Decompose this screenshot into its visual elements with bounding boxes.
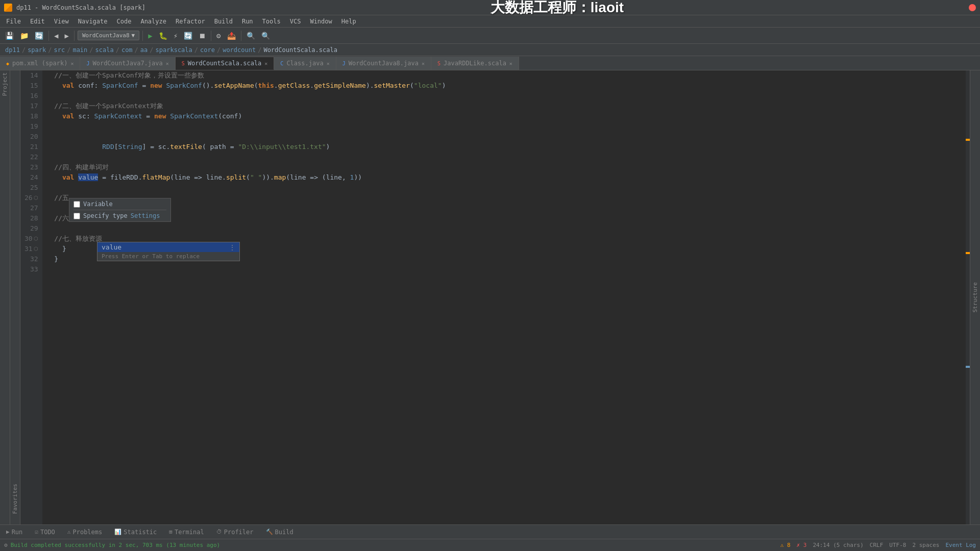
menu-code[interactable]: Code bbox=[113, 17, 136, 26]
suggestion-dropdown[interactable]: value ⋮ Press Enter or Tab to replace bbox=[97, 242, 240, 261]
code-line-26: //五、 bbox=[46, 193, 966, 203]
warnings-count: ⚠ 8 bbox=[780, 542, 791, 548]
tab-java7[interactable]: J WordCountJava7.java ✕ bbox=[80, 57, 175, 70]
build-status-icon: ⚙ bbox=[4, 542, 8, 548]
breadcrumb-main[interactable]: main bbox=[72, 46, 87, 54]
checkbox-specify-label: Specify type bbox=[83, 212, 128, 219]
toolbar-search1[interactable]: 🔍 bbox=[244, 31, 257, 41]
settings-link[interactable]: Settings bbox=[131, 212, 160, 219]
toolbar-settings[interactable]: ⚙ bbox=[214, 31, 223, 41]
autocomplete-popup[interactable]: Variable Specify type Settings bbox=[69, 198, 171, 222]
cursor-position[interactable]: 24:14 (5 chars) bbox=[813, 542, 863, 548]
project-label[interactable]: Project bbox=[2, 72, 8, 96]
tab-java7-label: WordCountJava7.java bbox=[92, 60, 162, 67]
tab-java8[interactable]: J WordCountJava8.java ✕ bbox=[336, 57, 431, 70]
breadcrumb-core[interactable]: core bbox=[200, 46, 215, 54]
code-area[interactable]: 14 15 16 17 18 19 20 21 22 23 24 25 26 ⬡… bbox=[20, 70, 970, 524]
run-label: Run bbox=[12, 529, 23, 536]
tab-java8-label: WordCountJava8.java bbox=[349, 60, 419, 67]
tab-javardlike-close[interactable]: ✕ bbox=[509, 61, 512, 66]
tab-pom[interactable]: ◆ pom.xml (spark) ✕ bbox=[0, 57, 80, 70]
breadcrumb-com[interactable]: com bbox=[121, 46, 133, 54]
menu-navigate[interactable]: Navigate bbox=[74, 17, 112, 26]
breadcrumb-src[interactable]: src bbox=[54, 46, 65, 54]
breadcrumb-aa[interactable]: aa bbox=[140, 46, 148, 54]
suggestion-item-value[interactable]: value ⋮ bbox=[97, 242, 239, 252]
menu-view[interactable]: View bbox=[50, 17, 73, 26]
menu-refactor[interactable]: Refactor bbox=[172, 17, 209, 26]
toolbar-back[interactable]: ◀ bbox=[52, 31, 60, 41]
toolbar-forward[interactable]: ▶ bbox=[62, 31, 70, 41]
tab-scala[interactable]: S WordCountScala.scala ✕ bbox=[176, 57, 275, 70]
code-line-24: val value = fileRDD.flatMap(line => line… bbox=[46, 172, 966, 183]
problems-label: Problems bbox=[72, 529, 102, 536]
menu-window[interactable]: Window bbox=[306, 17, 336, 26]
close-button[interactable] bbox=[969, 4, 976, 11]
toolbar-reload[interactable]: 🔄 bbox=[182, 31, 194, 41]
scroll-gutter[interactable] bbox=[966, 70, 970, 524]
menu-tools[interactable]: Tools bbox=[258, 17, 285, 26]
menu-build[interactable]: Build bbox=[210, 17, 237, 26]
suggestion-hint-text: Press Enter or Tab to replace bbox=[102, 253, 200, 260]
bottom-tab-problems[interactable]: ⚠ Problems bbox=[64, 528, 105, 537]
bottom-panel: ▶ Run ☑ TODO ⚠ Problems 📊 Statistic ⊞ Te… bbox=[0, 524, 980, 539]
encoding[interactable]: UTF-8 bbox=[889, 542, 906, 548]
breadcrumb-dp11[interactable]: dp11 bbox=[5, 46, 20, 54]
separator-4 bbox=[211, 31, 211, 41]
toolbar-open[interactable]: 📁 bbox=[18, 31, 31, 41]
event-log[interactable]: Event Log bbox=[945, 542, 976, 548]
status-left: ⚙ Build completed successfully in 2 sec,… bbox=[4, 542, 220, 548]
toolbar-search2[interactable]: 🔍 bbox=[259, 31, 272, 41]
toolbar-profile[interactable]: ⚡ bbox=[172, 31, 180, 41]
toolbar-sync[interactable]: 🔄 bbox=[33, 31, 45, 41]
breadcrumb-sparkscala[interactable]: sparkscala bbox=[156, 46, 192, 54]
breadcrumb-spark[interactable]: spark bbox=[28, 46, 46, 54]
menu-edit[interactable]: Edit bbox=[26, 17, 49, 26]
menu-vcs[interactable]: VCS bbox=[286, 17, 305, 26]
menu-help[interactable]: Help bbox=[337, 17, 360, 26]
toolbar-save[interactable]: 💾 bbox=[3, 31, 16, 41]
tab-class-close[interactable]: ✕ bbox=[327, 61, 330, 66]
checkbox-specify[interactable] bbox=[74, 213, 80, 219]
window-controls[interactable] bbox=[969, 4, 976, 11]
checkbox-variable-row[interactable]: Variable bbox=[69, 198, 170, 210]
tab-pom-close[interactable]: ✕ bbox=[70, 61, 74, 66]
code-line-14: //一、创建一个SparkConf对象，并设置一些参数 bbox=[46, 70, 966, 81]
breadcrumb-wordcount[interactable]: wordcount bbox=[223, 46, 256, 54]
structure-label[interactable]: Structure bbox=[972, 282, 978, 313]
checkbox-variable[interactable] bbox=[74, 201, 80, 208]
app-icon bbox=[4, 4, 12, 12]
tab-java8-icon: J bbox=[342, 61, 346, 66]
favorites-label[interactable]: Favorites bbox=[12, 484, 18, 514]
bottom-tab-run[interactable]: ▶ Run bbox=[3, 528, 26, 537]
tab-class[interactable]: C Class.java ✕ bbox=[274, 57, 336, 70]
code-line-28: //六、保存结果 bbox=[46, 213, 966, 223]
menu-analyze[interactable]: Analyze bbox=[136, 17, 170, 26]
structure-sidebar: Structure bbox=[970, 70, 980, 524]
bottom-tab-todo[interactable]: ☑ TODO bbox=[32, 528, 58, 537]
toolbar-stop[interactable]: ⏹ bbox=[197, 31, 208, 41]
code-content[interactable]: //一、创建一个SparkConf对象，并设置一些参数 val conf: Sp… bbox=[42, 70, 970, 524]
breadcrumb-scala[interactable]: scala bbox=[95, 46, 114, 54]
tab-scala-close[interactable]: ✕ bbox=[264, 61, 267, 66]
bottom-tab-profiler[interactable]: ⏱ Profiler bbox=[213, 528, 257, 537]
toolbar-upload[interactable]: 📤 bbox=[225, 31, 238, 41]
menu-file[interactable]: File bbox=[2, 17, 25, 26]
toolbar-debug[interactable]: 🐛 bbox=[157, 31, 169, 41]
tab-javardlike[interactable]: S JavaRDDLike.scala ✕ bbox=[431, 57, 519, 70]
line-ending[interactable]: CRLF bbox=[870, 542, 884, 548]
run-icon: ▶ bbox=[6, 529, 10, 535]
checkbox-specify-row[interactable]: Specify type Settings bbox=[69, 210, 170, 221]
menu-run[interactable]: Run bbox=[238, 17, 257, 26]
checkbox-variable-label: Variable bbox=[83, 201, 113, 208]
suggestion-value-text: value bbox=[102, 243, 121, 251]
bottom-tab-build[interactable]: 🔨 Build bbox=[263, 528, 297, 537]
tab-java7-close[interactable]: ✕ bbox=[166, 61, 169, 66]
tab-java8-close[interactable]: ✕ bbox=[422, 61, 425, 66]
bottom-tab-statistic[interactable]: 📊 Statistic bbox=[111, 528, 160, 537]
bottom-tab-terminal[interactable]: ⊞ Terminal bbox=[166, 528, 207, 537]
indentation[interactable]: 2 spaces bbox=[912, 542, 939, 548]
toolbar-run[interactable]: ▶ bbox=[146, 31, 154, 41]
branch-selector[interactable]: WordCountJava8 ▼ bbox=[78, 31, 139, 40]
suggestion-options-icon[interactable]: ⋮ bbox=[229, 244, 235, 251]
